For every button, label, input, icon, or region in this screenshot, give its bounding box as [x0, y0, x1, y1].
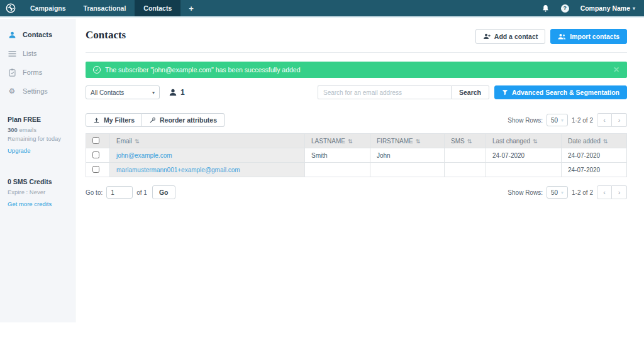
nav-tab-campaigns[interactable]: Campaigns — [21, 0, 75, 16]
add-contact-button[interactable]: Add a contact — [475, 29, 545, 44]
cell-last-changed: 24-07-2020 — [492, 152, 525, 159]
goto-of-label: of 1 — [136, 189, 147, 196]
next-page-button[interactable]: › — [612, 113, 627, 127]
contact-count: 1 — [180, 88, 185, 97]
list-filter-select[interactable]: All Contacts ▾ — [86, 85, 160, 99]
column-label: Email — [116, 138, 132, 145]
sidebar-item-label: Lists — [23, 50, 37, 57]
select-all-checkbox[interactable] — [92, 137, 99, 144]
contact-count-icon — [169, 88, 177, 97]
cell-date-added: 24-07-2020 — [568, 167, 600, 173]
plan-emails-unit: emails — [18, 126, 36, 133]
column-header-sms[interactable]: SMS⇅ — [445, 134, 486, 148]
account-menu[interactable]: Company Name ▾ — [580, 4, 635, 12]
nav-tab-transactional[interactable]: Transactional — [75, 0, 135, 16]
get-more-credits-link[interactable]: Get more credits — [8, 200, 52, 207]
reorder-attributes-button[interactable]: Reorder attributes — [142, 113, 225, 127]
chevron-down-icon: ▾ — [561, 118, 564, 123]
plan-emails-count: 300 — [8, 126, 18, 133]
table-header-row: Email⇅ LASTNAME⇅ FIRSTNAME⇅ SMS⇅ Last ch… — [86, 134, 627, 148]
cell-firstname: John — [377, 152, 391, 159]
plan-remaining: Remaining for today — [8, 135, 67, 142]
range-label: 1-2 of 2 — [572, 189, 593, 196]
contact-email-link[interactable]: mariamustermann001+example@gmail.com — [116, 167, 240, 173]
people-icon — [558, 33, 566, 40]
column-header-email[interactable]: Email⇅ — [110, 134, 305, 148]
plan-title: Plan FREE — [8, 116, 67, 123]
sidebar-item-lists[interactable]: Lists — [0, 44, 75, 63]
column-header-date-added[interactable]: Date added⇅ — [562, 134, 627, 148]
gear-icon: ⚙ — [8, 87, 16, 96]
sidebar-item-label: Settings — [23, 88, 48, 95]
add-contact-label: Add a contact — [494, 33, 538, 40]
search-button[interactable]: Search — [451, 85, 489, 99]
advanced-search-button[interactable]: Advanced Search & Segmentation — [494, 85, 627, 99]
prev-page-button[interactable]: ‹ — [597, 113, 612, 127]
sms-credits-title: 0 SMS Credits — [8, 178, 67, 185]
rows-per-page-select[interactable]: 50 ▾ — [547, 114, 568, 126]
reorder-attributes-label: Reorder attributes — [160, 116, 217, 124]
upgrade-link[interactable]: Upgrade — [8, 147, 30, 154]
my-filters-button[interactable]: My Filters — [86, 113, 142, 127]
sidebar-item-forms[interactable]: Forms — [0, 63, 75, 82]
rows-per-page-value: 50 — [551, 117, 558, 124]
my-filters-label: My Filters — [104, 116, 135, 124]
sort-icon: ⇅ — [467, 138, 472, 145]
chevron-down-icon: ▾ — [561, 190, 564, 195]
goto-page-input[interactable] — [106, 186, 133, 199]
prev-page-button[interactable]: ‹ — [597, 185, 612, 199]
rows-per-page-value: 50 — [551, 189, 558, 196]
sort-icon: ⇅ — [416, 138, 421, 145]
check-circle-icon: ✓ — [93, 66, 101, 74]
list-icon — [8, 49, 16, 58]
table-row: mariamustermann001+example@gmail.com 24-… — [86, 163, 627, 177]
range-label: 1-2 of 2 — [572, 117, 593, 124]
contact-email-link[interactable]: john@example.com — [116, 152, 172, 159]
clipboard-icon — [8, 68, 16, 77]
notifications-bell-icon[interactable] — [541, 4, 550, 13]
page-title: Contacts — [86, 29, 126, 41]
new-tab-button[interactable]: + — [180, 0, 202, 16]
rows-per-page-select[interactable]: 50 ▾ — [547, 186, 568, 199]
help-icon[interactable]: ? — [561, 4, 569, 13]
column-header-lastname[interactable]: LASTNAME⇅ — [305, 134, 370, 148]
person-plus-icon — [483, 33, 491, 40]
sidebar-item-label: Forms — [23, 69, 42, 76]
pagination-top: Show Rows: 50 ▾ 1-2 of 2 ‹ › — [508, 113, 627, 127]
chevron-down-icon: ▾ — [633, 6, 635, 11]
show-rows-label: Show Rows: — [508, 117, 543, 124]
sidebar-item-contacts[interactable]: Contacts — [0, 25, 75, 44]
column-header-last-changed[interactable]: Last changed⇅ — [486, 134, 562, 148]
column-label: Last changed — [492, 138, 530, 145]
contacts-table: Email⇅ LASTNAME⇅ FIRSTNAME⇅ SMS⇅ Last ch… — [86, 133, 627, 177]
success-banner-text: The subscriber "john@example.com" has be… — [105, 66, 301, 74]
sort-icon: ⇅ — [135, 138, 140, 145]
column-label: LASTNAME — [311, 138, 345, 145]
go-button[interactable]: Go — [152, 185, 175, 199]
main-content: Contacts Add a contact — [75, 19, 644, 322]
sidebar-item-settings[interactable]: ⚙ Settings — [0, 82, 75, 101]
chevron-down-icon: ▾ — [152, 90, 155, 96]
sort-icon: ⇅ — [533, 138, 538, 145]
brand-logo[interactable] — [0, 0, 21, 16]
pagination-bottom: Show Rows: 50 ▾ 1-2 of 2 ‹ › — [508, 185, 627, 199]
funnel-icon — [502, 89, 508, 96]
row-checkbox[interactable] — [92, 151, 99, 158]
search-input[interactable] — [318, 85, 451, 99]
column-header-firstname[interactable]: FIRSTNAME⇅ — [370, 134, 445, 148]
row-checkbox[interactable] — [92, 166, 99, 173]
nav-tab-contacts[interactable]: Contacts — [135, 0, 180, 16]
plan-emails: 300 emails — [8, 126, 67, 133]
top-navbar: Campaigns Transactional Contacts + ? Com… — [0, 0, 644, 18]
import-contacts-button[interactable]: Import contacts — [550, 29, 627, 44]
sidebar-item-label: Contacts — [23, 31, 52, 38]
pinwheel-logo-icon — [6, 3, 16, 13]
next-page-button[interactable]: › — [612, 185, 627, 199]
sort-icon: ⇅ — [348, 138, 353, 145]
cell-lastname: Smith — [311, 152, 328, 159]
company-name-label: Company Name — [580, 4, 630, 12]
list-filter-value: All Contacts — [91, 89, 124, 96]
banner-close-icon[interactable]: ✕ — [613, 65, 619, 74]
column-label: SMS — [451, 138, 465, 145]
sort-icon: ⇅ — [603, 138, 608, 145]
